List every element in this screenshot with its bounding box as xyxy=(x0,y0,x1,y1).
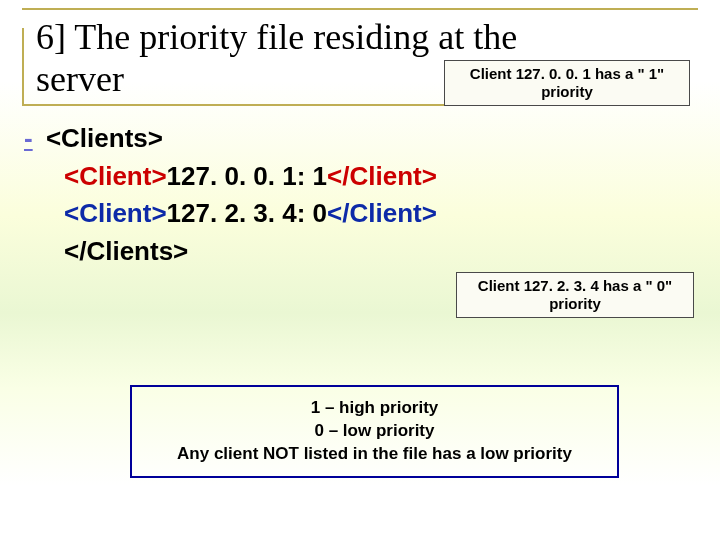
xml-line-open: - <Clients> xyxy=(24,120,437,158)
xml-line-client-2: <Client>127. 2. 3. 4: 0</Client> xyxy=(24,195,437,233)
collapse-dash-icon: - xyxy=(24,123,33,153)
xml-line-client-1: <Client>127. 0. 0. 1: 1</Client> xyxy=(24,158,437,196)
legend-line: 1 – high priority xyxy=(142,397,607,420)
legend-box: 1 – high priority 0 – low priority Any c… xyxy=(130,385,619,478)
xml-tag: </Clients> xyxy=(64,236,188,266)
callout-text: priority xyxy=(549,295,601,312)
xml-open-tag: <Client> xyxy=(64,161,167,191)
callout-text: Client 127. 0. 0. 1 has a " 1" xyxy=(470,65,664,82)
slide: 6] The priority file residing at the ser… xyxy=(0,0,720,540)
xml-open-tag: <Client> xyxy=(64,198,167,228)
xml-close-tag: </Client> xyxy=(327,161,437,191)
xml-close-tag: </Client> xyxy=(327,198,437,228)
callout-text: priority xyxy=(541,83,593,100)
legend-line: 0 – low priority xyxy=(142,420,607,443)
callout-priority-0: Client 127. 2. 3. 4 has a " 0" priority xyxy=(456,272,694,318)
xml-line-close: </Clients> xyxy=(24,233,437,271)
xml-snippet: - <Clients> <Client>127. 0. 0. 1: 1</Cli… xyxy=(24,120,437,271)
xml-tag: <Clients> xyxy=(46,123,163,153)
xml-value: 127. 2. 3. 4: 0 xyxy=(167,198,327,228)
callout-text: Client 127. 2. 3. 4 has a " 0" xyxy=(478,277,672,294)
xml-value: 127. 0. 0. 1: 1 xyxy=(167,161,327,191)
legend-line: Any client NOT listed in the file has a … xyxy=(142,443,607,466)
title-line-1: 6] The priority file residing at the xyxy=(36,17,517,57)
title-line-2: server xyxy=(36,59,124,99)
callout-priority-1: Client 127. 0. 0. 1 has a " 1" priority xyxy=(444,60,690,106)
